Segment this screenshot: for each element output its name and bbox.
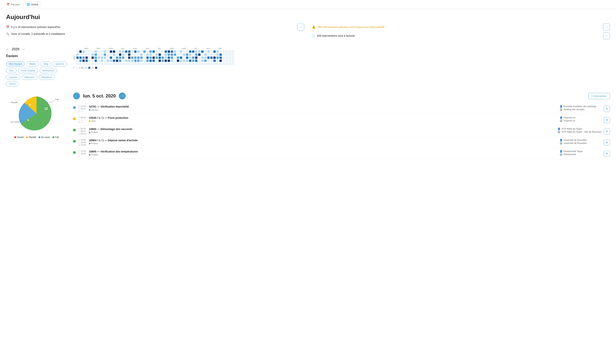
person-icon: 👤 [560, 116, 563, 119]
view-btn[interactable]: 👁 [604, 128, 610, 134]
heatmap-cell [167, 63, 170, 65]
year-navigation: ← 2020 → [6, 47, 67, 51]
team-tag-benjamin[interactable]: Benjamin [39, 75, 55, 80]
time-value: ⏱10:30 [78, 150, 87, 152]
heatmap-cell [110, 53, 112, 56]
prev-date-btn[interactable]: ← [73, 92, 80, 99]
legend-value: 5 [79, 67, 80, 69]
main-content: Aujourd'hui 📅 Il y a 19 interventions pr… [0, 9, 616, 164]
chart-container: 12 3 4 Fait En cours Planifié [10, 92, 63, 134]
billing-arrow-btn[interactable]: → [603, 32, 610, 39]
heatmap-cell [85, 59, 88, 62]
heatmap-cell [198, 59, 201, 62]
heatmap-cell [137, 63, 140, 65]
par-jour-tab[interactable]: 📅 Par jour [4, 2, 22, 7]
team-tag-tous[interactable]: TOUS [6, 81, 19, 86]
heatmap-cell [137, 59, 140, 62]
view-btn[interactable]: 👁 [604, 117, 610, 123]
person-name: Robert [91, 142, 98, 145]
person-dot [89, 131, 90, 133]
heatmap-cell [210, 59, 213, 62]
global-tab[interactable]: 🌐 Global [24, 1, 41, 7]
next-year-btn[interactable]: → [22, 47, 25, 51]
heatmap-cell [82, 53, 85, 56]
heatmap-cell [161, 56, 164, 59]
heatmap-cell [85, 56, 88, 59]
heatmap-cell [198, 50, 201, 53]
heatmap-cell [155, 53, 158, 56]
heatmap-cell [76, 59, 79, 62]
heatmap-month-label: août [166, 47, 178, 50]
view-btn[interactable]: 👁 [604, 106, 610, 112]
heatmap-cell [113, 59, 115, 62]
heatmap-cell [201, 53, 204, 56]
team-tag-walter[interactable]: Walter [26, 61, 39, 66]
heatmap-cell [140, 56, 143, 59]
heatmap-cell [116, 63, 118, 65]
building-row: 🏢 ACP Abbé de l'Epée - Site de Rixensart [558, 130, 602, 133]
heatmap-cell [88, 56, 91, 59]
team-tag-anne-sophie[interactable]: Anne-Sophie [18, 68, 38, 73]
heatmap-cell [110, 50, 112, 53]
heatmap-cell [94, 59, 97, 62]
heatmap-cell [198, 53, 201, 56]
heatmap-cell [128, 56, 131, 59]
person-dot [89, 109, 90, 111]
heatmap-cell [204, 56, 207, 59]
heatmap-cell [122, 53, 125, 56]
team-tag-makxime[interactable]: Makxime [22, 75, 37, 80]
time-icon: ⏱ [78, 144, 80, 146]
heatmap-cell [171, 59, 173, 62]
heatmap-cell [128, 50, 131, 53]
team-tag-laurent[interactable]: Laurent [6, 75, 20, 80]
building-icon: 🏢 [560, 119, 563, 122]
heatmap-cell [161, 53, 164, 56]
warning-icon: ⚠️ [312, 25, 316, 29]
svg-line-3 [49, 101, 55, 103]
legend-color-cell [95, 67, 97, 69]
add-intervention-btn[interactable]: + Intervention [588, 93, 610, 99]
schedule-times: ⏱10:30⏱16:11⏱— [78, 105, 87, 112]
building-name: Restaurante [564, 153, 576, 156]
chart-legend-item: Fait [52, 136, 59, 139]
interventions-arrow-btn[interactable]: → [297, 24, 304, 30]
heatmap-cell [189, 53, 192, 56]
heatmap-cell [201, 59, 204, 62]
heatmap-cell [152, 63, 155, 65]
team-tag-meg[interactable]: Meg [40, 61, 51, 66]
heatmap-cell [222, 53, 225, 56]
building-icon: 🏢 [560, 108, 563, 111]
legend-label: En cours [41, 136, 50, 139]
team-tag-mon-équipe[interactable]: Mon équipe [6, 61, 25, 66]
time-icon: ⏱ [78, 155, 80, 157]
heatmap-cell [110, 56, 112, 59]
warning-text: 365 interventions passées sont toujours … [318, 26, 385, 28]
heatmap-cell [204, 53, 207, 56]
heatmap-cell [137, 50, 140, 53]
heatmap-cell [231, 63, 234, 65]
team-tags: Mon équipeWalterMegQuentinTomAnne-Sophie… [6, 61, 67, 86]
client-row: 👤 université de Bruxelles [560, 139, 602, 142]
prev-year-btn[interactable]: ← [6, 47, 10, 51]
heatmap-cell [174, 63, 176, 65]
heatmap-cell [88, 53, 91, 56]
heatmap-cell [204, 63, 207, 65]
warning-arrow-btn[interactable]: → [603, 24, 610, 30]
heatmap-cell [180, 53, 182, 56]
heatmap-cell [225, 59, 228, 62]
heatmap-cell [88, 50, 91, 53]
schedule-info: 10805 — Vérification des températures Ro… [89, 150, 557, 156]
time-value: ⏱08:07 [78, 130, 87, 132]
heatmap-cell [177, 63, 179, 65]
heatmap-cell [110, 59, 112, 62]
heatmap-cell [125, 59, 128, 62]
next-date-btn[interactable]: → [119, 92, 126, 99]
time-icon: ⏱ [78, 121, 80, 124]
view-btn[interactable]: 👁 [604, 140, 610, 146]
heatmap-cell [222, 56, 225, 59]
team-tag-quentin[interactable]: Quentin [52, 61, 67, 66]
team-tag-tom[interactable]: Tom [6, 68, 17, 73]
client-row: 👤 Roymon.co [560, 116, 602, 119]
team-tag-emmanuel[interactable]: Emmanuel [39, 68, 57, 73]
view-btn[interactable]: 👁 [604, 151, 610, 157]
